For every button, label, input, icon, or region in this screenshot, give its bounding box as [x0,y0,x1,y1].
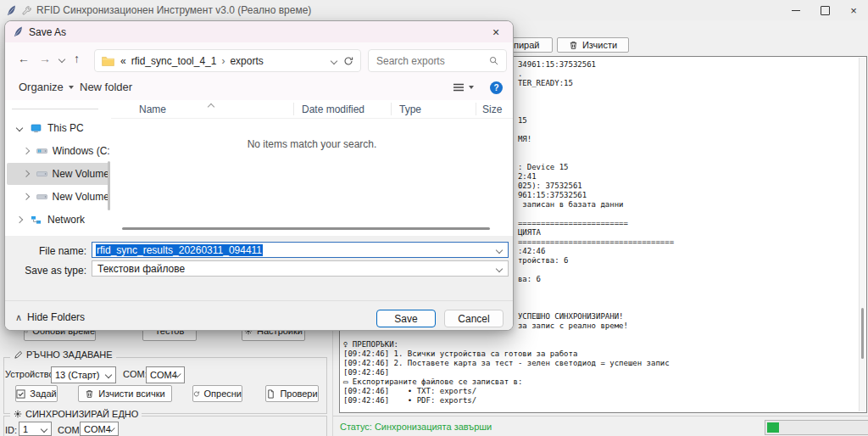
sidebar-scrollbar-thumb[interactable] [108,161,110,210]
console-scrollbar-thumb[interactable] [861,308,864,359]
app-title: RFID Синхронизационен Инструмент v3.0 (Р… [36,4,311,16]
chevron-down-icon [41,425,47,432]
sidebar-divider [12,109,98,109]
search-icon [489,56,498,65]
dialog-sidebar: This PC Windows (C:) New Volume ( [5,100,111,236]
new-folder-button[interactable]: New folder [80,81,132,93]
network-icon [31,215,42,225]
set-button[interactable]: Задай [15,385,58,402]
minimize-icon [792,10,800,11]
clear-all-button[interactable]: Изчисти всички [78,385,172,402]
file-name-label: File name: [5,245,86,257]
breadcrumb-separator: › [221,55,225,67]
search-placeholder: Search exports [376,55,445,67]
chevron-right-icon[interactable] [23,170,30,177]
sidebar-item-network[interactable]: Network [7,209,109,231]
address-bar[interactable]: « rfid_sync_tool_4_1 › exports [94,49,361,72]
refresh-button[interactable]: Опресни [192,385,242,402]
file-name-value: rfid_sync_results_20260311_094411 [96,244,263,256]
chevron-down-icon[interactable] [496,265,503,271]
dialog-toolbar: ← → ↑ « rfid_sync_tool_4_1 › exports Sea… [5,42,513,75]
status-text: Статус: Синхронизацията завърши [340,422,492,432]
search-input[interactable]: Search exports [368,49,507,72]
trash-icon [569,41,578,50]
com-label: COM: [58,425,82,435]
progress-bar [765,420,868,435]
breadcrumb-current[interactable]: exports [230,55,263,67]
sidebar-item-windows-c[interactable]: Windows (C:) [7,140,109,162]
drive-icon [36,170,47,178]
sync-com-select[interactable]: COM4 [80,422,119,436]
com-select[interactable]: COM4 [146,366,185,383]
horizontal-scrollbar[interactable] [122,227,490,230]
minimize-button[interactable] [782,1,810,20]
windows-drive-icon [36,147,47,155]
chevron-right-icon[interactable] [23,193,30,200]
dropdown-triangle-icon [69,86,74,89]
id-select[interactable]: 1 [19,422,52,436]
refresh-icon[interactable] [343,56,353,66]
sidebar-item-new-volume-1[interactable]: New Volume ( [7,163,109,185]
column-header-name[interactable]: Name [139,103,166,115]
save-as-type-value: Текстови файлове [97,263,185,275]
column-header-date-modified[interactable]: Date modified [302,103,364,115]
manual-set-header: РЪЧНО ЗАДАВАНЕ [10,349,116,360]
close-icon: × [492,25,499,39]
organize-button[interactable]: Organize [19,81,74,93]
app-titlebar: RFID Синхронизационен Инструмент v3.0 (Р… [0,0,868,21]
cancel-button[interactable]: Cancel [444,310,504,327]
progress-fill [767,422,779,433]
console-scrollbar[interactable] [859,58,865,411]
breadcrumb-chevrons[interactable]: « [120,55,126,67]
sidebar-item-this-pc[interactable]: This PC [7,117,109,139]
chevron-up-icon: ∧ [15,312,22,323]
id-label: ID: [5,425,17,435]
save-as-dialog: Save As × ← → ↑ « rfid_sync_tool_4_1 › e… [4,20,514,331]
empty-results-text: No items match your search. [111,138,513,150]
up-icon[interactable]: ↑ [74,52,80,65]
gear-icon [14,410,22,418]
view-selector-button[interactable] [453,82,474,92]
column-separator[interactable] [476,103,476,115]
dialog-file-browser: This PC Windows (C:) New Volume ( [5,100,513,236]
check-button[interactable]: Провери [265,385,319,402]
close-button[interactable]: × [839,1,868,20]
save-button[interactable]: Save [376,310,436,327]
column-separator[interactable] [293,103,294,115]
trash-icon [85,389,94,399]
device-select[interactable]: 13 (Старт) [51,366,116,383]
chevron-down-icon[interactable] [496,246,503,253]
forward-icon[interactable]: → [39,52,51,65]
pencil-icon [14,350,23,360]
dialog-titlebar: Save As × [5,21,513,42]
recent-locations-chevron-icon[interactable] [58,56,65,63]
dialog-title: Save As [29,26,66,38]
dialog-footer: ∧ Hide Folders Save Cancel [5,300,513,331]
file-name-input[interactable]: rfid_sync_results_20260311_094411 [92,242,509,258]
column-header-size[interactable]: Size [482,103,502,115]
app-feather-icon [7,5,16,16]
com-label: COM: [123,369,147,379]
chevron-right-icon[interactable] [16,216,23,223]
chevron-right-icon[interactable] [23,148,30,154]
hide-folders-button[interactable]: ∧ Hide Folders [15,311,85,323]
refresh-icon [193,389,200,399]
clear-log-button[interactable]: Изчисти [557,37,629,53]
back-icon[interactable]: ← [18,52,30,65]
chevron-down-icon[interactable] [16,125,23,131]
drive-icon [36,193,47,201]
maximize-icon [821,6,830,15]
close-icon: × [850,5,857,16]
help-button[interactable]: ? [490,81,503,94]
dialog-close-button[interactable]: × [482,21,509,42]
wrench-icon [22,6,31,15]
breadcrumb-folder[interactable]: rfid_sync_tool_4_1 [131,55,217,67]
column-separator[interactable] [391,103,392,115]
file-list: Name Date modified Type Size No items ma… [111,100,513,236]
maximize-button[interactable] [810,1,839,20]
sidebar-item-new-volume-2[interactable]: New Volume ( [7,186,109,208]
chevron-down-icon [105,372,112,378]
address-dropdown-chevron-icon[interactable] [331,57,337,64]
column-header-type[interactable]: Type [399,103,421,115]
save-as-type-select[interactable]: Текстови файлове [92,260,509,277]
